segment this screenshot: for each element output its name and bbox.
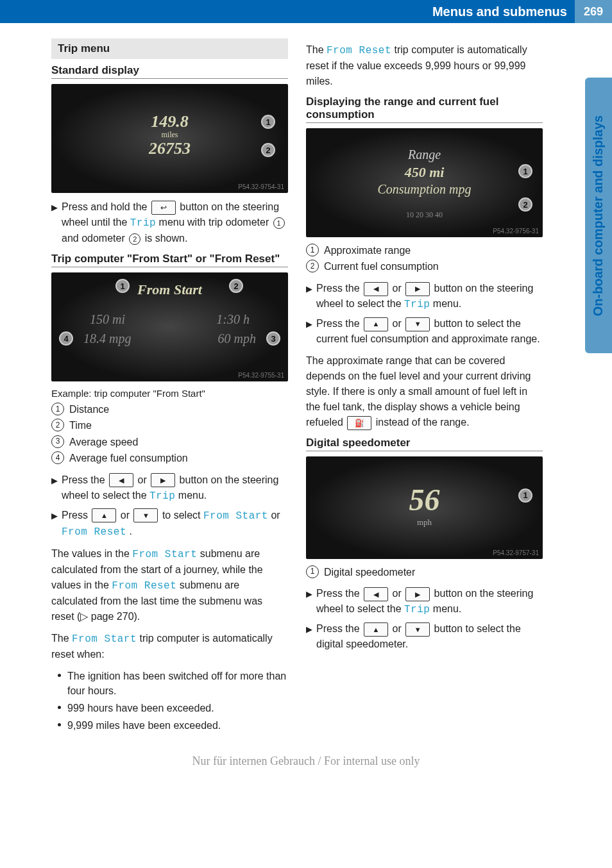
display-term-from-start: From Start	[203, 510, 268, 522]
legend-num: 2	[306, 260, 319, 272]
step-item: ▶ Press the ◀ or ▶ button on the steerin…	[51, 472, 288, 504]
left-key-icon: ◀	[364, 282, 388, 296]
right-key-icon: ▶	[151, 473, 175, 487]
step-marker-icon: ▶	[51, 199, 58, 214]
figure-range: Range 450 mi Consumption mpg 10 20 30 40…	[306, 128, 543, 237]
step-text: Press the ▲ or ▼ button to select the di…	[316, 621, 543, 652]
legend-num: 1	[306, 244, 319, 256]
range-value: 450 mi	[306, 164, 543, 181]
callout-1: 1	[115, 279, 130, 293]
figure-standard-display: 149.8 miles 26753 1 2 P54.32-9754-31	[51, 84, 288, 193]
display-term-trip: Trip	[130, 217, 156, 229]
legend-num: 2	[51, 419, 64, 431]
legend-item: 1Approximate range	[306, 244, 543, 258]
from-start-mph: 60 mph	[218, 331, 256, 346]
step-marker-icon: ▶	[51, 508, 58, 522]
callout-4: 4	[59, 331, 73, 346]
list-item: 999 hours have been exceeded.	[58, 701, 288, 715]
display-term-from-reset: From Reset	[112, 580, 176, 592]
side-tab-bg: On-board computer and displays	[585, 78, 612, 353]
step-text: Press the ▲ or ▼ button to select the cu…	[316, 316, 543, 347]
from-start-label: From Start	[51, 281, 288, 298]
inline-callout-2: 2	[129, 233, 140, 245]
callout-3: 3	[266, 331, 280, 346]
display-term-from-start: From Start	[72, 633, 137, 645]
callout-2: 2	[261, 143, 275, 157]
step-item: ▶ Press the ▲ or ▼ button to select the …	[306, 316, 543, 347]
steps-speedo: ▶ Press the ◀ or ▶ button on the steerin…	[306, 586, 543, 652]
step-text: Press and hold the ↩ button on the steer…	[62, 199, 288, 246]
up-key-icon: ▲	[364, 622, 388, 637]
step-marker-icon: ▶	[306, 586, 312, 601]
step-item: ▶ Press ▲ or ▼ to select From Start or F…	[51, 508, 288, 540]
paragraph: The values in the From Start submenu are…	[51, 546, 288, 624]
subheading-from-start-reset: Trip computer "From Start" or "From Rese…	[51, 253, 288, 267]
odometer-trip-unit: miles	[51, 130, 288, 140]
section-trip-menu: Trip menu	[51, 38, 288, 59]
legend-range: 1Approximate range 2Current fuel consump…	[306, 244, 543, 274]
odometer-total-value: 26753	[51, 139, 288, 158]
step-item: ▶ Press and hold the ↩ button on the ste…	[51, 199, 288, 246]
callout-1: 1	[518, 164, 532, 178]
speed-value: 56	[306, 482, 543, 517]
display-term-from-start: From Start	[132, 549, 197, 560]
legend-item: 1Distance	[51, 403, 288, 417]
odometer-trip-value: 149.8	[51, 112, 288, 131]
step-item: ▶ Press the ◀ or ▶ button on the steerin…	[306, 281, 543, 312]
callout-1: 1	[518, 488, 532, 503]
down-key-icon: ▼	[133, 508, 158, 522]
step-text: Press the ◀ or ▶ button on the steering …	[316, 586, 543, 617]
callout-2: 2	[229, 279, 243, 293]
legend-item: 3Average speed	[51, 435, 288, 449]
inline-callout-1: 1	[273, 217, 285, 229]
content-columns: Trip menu Standard display 149.8 miles 2…	[0, 23, 558, 746]
paragraph: The From Reset trip computer is automati…	[306, 42, 543, 89]
legend-item: 1Digital speedometer	[306, 565, 543, 580]
legend-num: 1	[51, 403, 64, 415]
legend-num: 4	[51, 451, 64, 464]
page-body: Trip menu Standard display 149.8 miles 2…	[0, 23, 612, 746]
step-text: Press the ◀ or ▶ button on the steering …	[62, 472, 288, 504]
consumption-label: Consumption mpg	[306, 182, 543, 197]
watermark: Nur für internen Gebrauch / For internal…	[0, 746, 612, 783]
down-key-icon: ▼	[405, 317, 430, 331]
up-key-icon: ▲	[364, 317, 388, 331]
legend-speedo: 1Digital speedometer	[306, 565, 543, 580]
legend-num: 1	[306, 565, 319, 578]
header-title: Menus and submenus	[432, 4, 575, 19]
gauge-ticks: 10 20 30 40	[306, 210, 543, 220]
page-number: 269	[575, 0, 612, 23]
subheading-standard-display: Standard display	[51, 64, 288, 79]
figure-speedometer: 56 mph 1 P54.32-9757-31	[306, 456, 543, 559]
down-key-icon: ▼	[405, 622, 430, 637]
reset-conditions-list: The ignition has been switched off for m…	[51, 669, 288, 733]
refuel-icon: ⛽	[347, 416, 371, 430]
subheading-range-consumption: Displaying the range and current fuel co…	[306, 96, 543, 123]
from-start-mpg: 18.4 mpg	[83, 331, 131, 346]
side-tab-label: On-board computer and displays	[591, 115, 606, 315]
display-term-from-reset: From Reset	[62, 526, 126, 538]
step-marker-icon: ▶	[306, 316, 312, 331]
from-start-distance: 150 mi	[90, 312, 125, 327]
figure-id: P54.32-9755-31	[238, 372, 284, 379]
right-key-icon: ▶	[405, 282, 430, 296]
step-item: ▶ Press the ▲ or ▼ button to select the …	[306, 621, 543, 652]
display-term-trip: Trip	[149, 490, 175, 502]
from-start-time: 1:30 h	[216, 312, 250, 327]
left-key-icon: ◀	[109, 473, 133, 487]
steps-from-start: ▶ Press the ◀ or ▶ button on the steerin…	[51, 472, 288, 540]
paragraph: The From Start trip computer is automati…	[51, 631, 288, 662]
figure-caption: Example: trip computer "From Start"	[51, 388, 288, 399]
step-item: ▶ Press the ◀ or ▶ button on the steerin…	[306, 586, 543, 617]
figure-id: P54.32-9756-31	[493, 228, 539, 235]
figure-id: P54.32-9757-31	[493, 549, 539, 556]
side-tab: On-board computer and displays	[558, 23, 612, 746]
left-column: Trip menu Standard display 149.8 miles 2…	[51, 38, 288, 739]
page-header: Menus and submenus 269	[0, 0, 612, 23]
step-marker-icon: ▶	[306, 621, 312, 636]
bullet-icon	[58, 723, 61, 726]
bullet-icon	[58, 706, 61, 709]
bullet-icon	[58, 674, 61, 677]
subheading-digital-speedometer: Digital speedometer	[306, 437, 543, 451]
right-column: The From Reset trip computer is automati…	[306, 38, 543, 739]
